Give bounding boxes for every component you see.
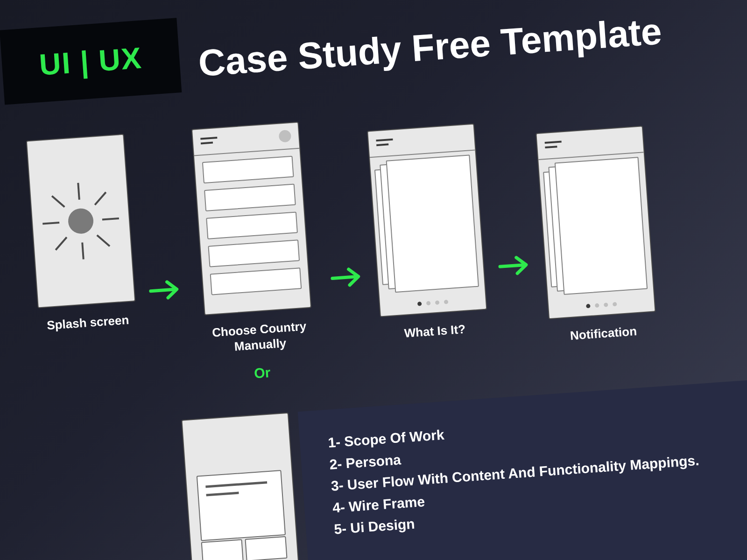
step-label-whatisit: What Is It? <box>404 322 466 341</box>
carousel-dots <box>380 297 486 309</box>
wireframe-dialog <box>181 413 301 560</box>
flow-row: Splash screen <box>26 90 747 396</box>
menu-icon <box>200 137 217 140</box>
wireframe-splash <box>26 134 136 308</box>
step-dialog <box>181 413 301 560</box>
list-item <box>204 184 296 211</box>
step-choose-country: Choose Country Manually Or <box>184 121 324 385</box>
step-splash: Splash screen <box>26 134 137 334</box>
step-what-is-it: What Is It? <box>367 123 489 342</box>
sun-icon <box>67 208 94 235</box>
list-item <box>202 156 294 183</box>
step-notification: Notification <box>536 126 657 344</box>
brand-badge: UI | UX <box>0 18 182 105</box>
menu-icon <box>376 139 393 142</box>
arrow-icon <box>497 252 531 278</box>
arrow-icon <box>148 277 182 303</box>
list-item <box>208 239 300 267</box>
wireframe-list <box>191 122 311 315</box>
contents-panel: 1- Scope Of Work 2- Persona 3- User Flow… <box>298 375 747 560</box>
list-item <box>210 267 302 295</box>
step-label-splash: Splash screen <box>46 312 129 333</box>
or-label: Or <box>254 364 271 381</box>
menu-icon <box>545 140 562 144</box>
wireframe-notification <box>536 126 655 319</box>
list-item <box>206 211 298 239</box>
brand-badge-text: UI | UX <box>38 41 143 82</box>
dialog-button <box>201 539 244 560</box>
wireframe-carousel <box>367 123 487 317</box>
dialog-button <box>245 536 287 560</box>
step-label-country: Choose Country Manually <box>198 318 321 357</box>
avatar-icon <box>279 130 292 143</box>
page-title: Case Study Free Template <box>197 10 663 85</box>
step-label-notification: Notification <box>570 323 637 343</box>
arrow-icon <box>330 264 364 290</box>
carousel-dots <box>549 299 654 311</box>
